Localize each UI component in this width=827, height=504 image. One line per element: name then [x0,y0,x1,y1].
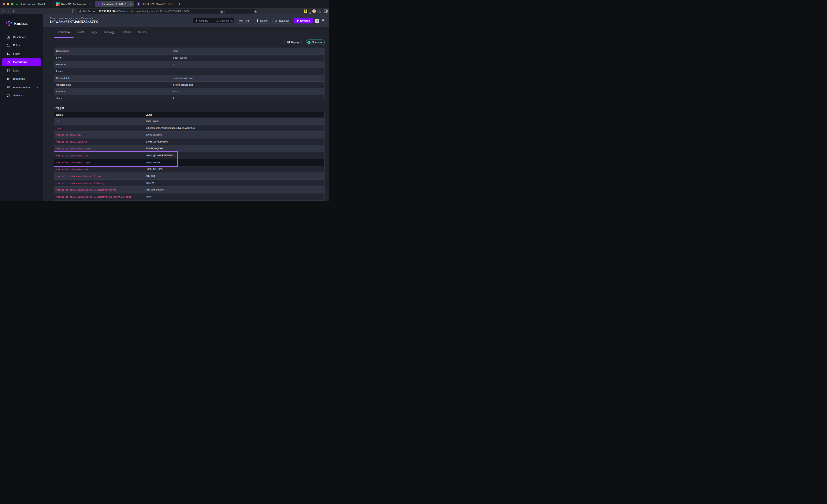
reload-icon[interactable] [13,9,16,12]
table-row[interactable]: typeio.kestra.core.models.triggers.types… [54,125,324,132]
table-row[interactable]: Updated datea few seconds ago [54,82,324,88]
editor-folder-icon [7,44,10,47]
table-row[interactable]: variables.body.event.userU056UHL1KPB [54,166,324,173]
sidebar-item-blueprints[interactable]: Blueprints [0,75,43,83]
forward-icon[interactable] [7,9,10,12]
jump-to-search[interactable]: Jump to... Ctrl/Cmd + K [193,18,235,23]
table-row[interactable]: Labels [54,68,324,75]
kestra-logo-icon [6,21,12,26]
profile-avatar[interactable] [312,9,316,13]
modal-favicon [15,2,18,6]
url-separator [97,10,97,13]
table-row[interactable]: Steps1 [54,95,324,102]
browser-tab-kestra-flow[interactable]: 5fUH6HDVF71iazoZq1UBij | Kestra [135,1,176,7]
revision-link[interactable]: 3 [173,63,174,66]
sidebar-item-dashboard[interactable]: Dashboard [0,33,43,41]
execute-button[interactable]: Execute [294,18,313,23]
sidebar-item-settings[interactable]: Settings [0,92,43,100]
sidebar-item-flows[interactable]: Flows [0,50,43,58]
tab-metrics[interactable]: Metrics [138,31,146,34]
table-row[interactable]: Created datea few seconds ago [54,75,324,82]
sidebar-item-label: Administration [13,86,30,89]
page-header: Flows / prod.slack_events / Executions 1… [43,14,329,27]
replay-icon [287,41,290,44]
table-row[interactable]: variables.body.event.ts1708512973.894109 [54,139,324,145]
extension-r-icon[interactable]: R [304,9,307,13]
jump-to-placeholder: Jump to... [198,19,209,22]
tab-close-icon[interactable]: × [130,3,132,6]
sidebar-item-label: Blueprints [13,78,25,80]
api-button[interactable]: API API [237,18,251,23]
sidebar-item-label: Dashboard [13,36,26,39]
breadcrumb-executions[interactable]: Executions [81,17,93,19]
browser-toolbar: Not Secure 18.153.185.126:8080/ui/execut… [0,8,329,14]
delete-button[interactable]: Delete [254,18,270,23]
sidebar-item-administration[interactable]: Administration › [0,83,43,92]
table-row-partial [54,200,324,201]
overview-content: Replay ✓ Success Namespaceprod Flowslack… [43,38,329,201]
administration-icon [7,86,10,89]
tab-overview[interactable]: Overview [58,31,70,34]
gear-icon [7,94,10,97]
sidebar: kestra. Dashboard Editor Flows Executio [0,14,43,201]
sidebar-item-editor[interactable]: Editor [0,41,43,50]
back-icon[interactable] [2,9,5,12]
dashboard-icon [7,35,10,39]
url-bar[interactable]: Not Secure 18.153.185.126:8080/ui/execut… [77,9,258,13]
replay-button[interactable]: Replay [285,40,301,45]
table-row[interactable]: variables.body.typeevent_callback [54,132,324,139]
table-row[interactable]: Namespaceprod [54,48,324,55]
table-row[interactable]: variables.body.event.blocks.0.typerich_t… [54,173,324,180]
blueprints-icon [7,77,10,81]
header-actions: Jump to... Ctrl/Cmd + K API API Delete [193,18,325,23]
extensions-puzzle-icon[interactable] [319,9,322,13]
sidebar-item-logs[interactable]: Logs [0,66,43,75]
help-button[interactable]: ? [315,19,319,23]
edit-flow-button[interactable]: Edit flow [273,18,291,23]
table-row[interactable]: variables.body.event.teamT056FQNQDH9 [54,145,324,152]
new-tab-button[interactable]: + [177,2,182,6]
table-row[interactable]: Duration1.91s [54,88,324,95]
breadcrumb-namespace-flow[interactable]: prod.slack_events [59,17,78,19]
table-row-event-type[interactable]: variables.body.event.typeapp_mention [54,159,324,166]
tab-topology[interactable]: Topology [104,31,114,34]
sidebar-nav: Dashboard Editor Flows Executions Logs [0,33,43,100]
execution-overview-table: Namespaceprod Flowslack_events Revision3… [54,48,325,102]
browser-tab-modal[interactable]: slack_app logs | Modal [13,1,53,7]
share-icon[interactable] [220,10,223,13]
table-row[interactable]: Revision3 [54,61,324,68]
bookmark-icon[interactable] [72,9,75,13]
trigger-table-header: Name Value [54,112,324,118]
browser-tab-active-execution[interactable]: 1aFw2ma67KTJvNRZJc34TX | × [95,1,134,7]
table-row[interactable]: idslack_event [54,118,324,125]
status-badge[interactable]: ✓ Success [306,40,325,45]
table-row[interactable]: variables.body.event.blocks.0.elements.0… [54,187,324,193]
table-row[interactable]: variables.body.event.blocks.0.block_id70… [54,180,324,187]
kestra-logo[interactable]: kestra. [6,21,28,26]
sidebar-toggle-icon[interactable] [324,9,328,13]
window-close-button[interactable] [3,3,5,5]
flows-icon [7,52,10,56]
sidebar-item-label: Settings [13,94,22,97]
trash-icon [256,19,259,22]
tab-logs[interactable]: Logs [91,31,97,34]
tab-outputs[interactable]: Outputs [121,31,131,34]
tab-gantt[interactable]: Gantt [78,31,84,34]
logo-text: kestra [14,21,27,26]
api-icon: API [240,20,243,22]
breadcrumb-flows[interactable]: Flows [50,17,56,19]
table-row-event-text[interactable]: variables.body.event.texthello <@U06KFN2… [54,152,324,159]
logs-icon [7,69,10,72]
bell-icon[interactable] [322,19,325,22]
window-minimize-button[interactable] [7,3,9,5]
shortcut-label: Ctrl/Cmd + K [220,19,233,22]
table-row[interactable]: variables.body.event.blocks.0.elements.0… [54,193,324,200]
chevron-right-icon: › [37,86,38,89]
sidebar-item-executions[interactable]: Executions [2,58,41,66]
sidebar-item-label: Editor [13,44,20,47]
table-row[interactable]: Flowslack_events [54,55,324,61]
trigger-section-heading: Trigger [54,106,64,109]
browser-tab-slack-api[interactable]: Slack API: Applications | Demos S [54,1,94,7]
execution-tabstrip: Overview Gantt Logs Topology Outputs Met… [43,27,329,38]
executions-icon [7,60,10,64]
